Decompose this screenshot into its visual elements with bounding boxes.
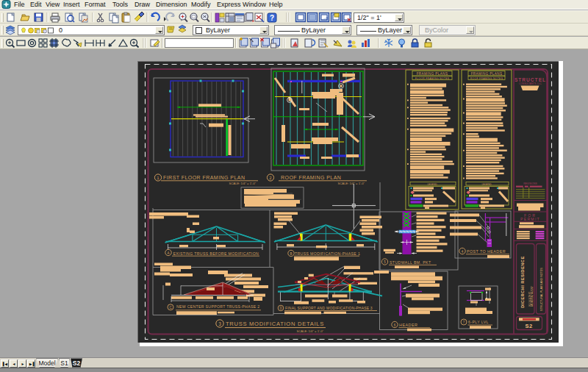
svg-text:ARLINGTON, VA 22207: ARLINGTON, VA 22207 <box>531 286 534 307</box>
svg-text:REVISIONS: REVISIONS <box>523 182 537 185</box>
svg-text:S2: S2 <box>525 323 532 329</box>
svg-text:6-PLY LVL: 6-PLY LVL <box>468 320 489 324</box>
svg-text:TRUSS MODIFICATION DETAILS: TRUSS MODIFICATION DETAILS <box>226 321 324 327</box>
svg-text:FIRST FLOOR FRAMING PLAN: FIRST FLOOR FRAMING PLAN <box>163 175 245 180</box>
svg-text:FRAMING PLANS: FRAMING PLANS <box>417 72 448 76</box>
svg-text:EXISTING TRUSS BEFORE MODIFICA: EXISTING TRUSS BEFORE MODIFICATION <box>173 251 259 256</box>
svg-text:B: B <box>290 252 292 256</box>
svg-text:FINAL SUPPORT AND MODIFICATION: FINAL SUPPORT AND MODIFICATION-PHASE 3 <box>285 306 373 310</box>
svg-text:3: 3 <box>218 321 221 326</box>
svg-text:ROOF FRAMING PLAN: ROOF FRAMING PLAN <box>281 175 341 180</box>
svg-text:D: D <box>279 307 282 310</box>
svg-text:CONSULTANTS, LLC: CONSULTANTS, LLC <box>519 82 542 85</box>
svg-text:?: ? <box>270 14 274 22</box>
svg-text:STUDWALL BM. PKT: STUDWALL BM. PKT <box>390 260 431 265</box>
svg-text:POST TO HEADER: POST TO HEADER <box>467 249 506 254</box>
svg-text:NEW CENTER SUPPORT TRUSS-PHASE: NEW CENTER SUPPORT TRUSS-PHASE 2 <box>176 304 259 309</box>
svg-text:ROOF FRAMING NOTES: ROOF FRAMING NOTES <box>470 77 503 80</box>
svg-text:LEGEND: LEGEND <box>427 183 437 186</box>
svg-text:5: 5 <box>384 260 386 264</box>
svg-text:STRUCTURAL PLANS AND NOTES: STRUCTURAL PLANS AND NOTES <box>540 268 543 311</box>
svg-text:FRAMING PLANS: FRAMING PLANS <box>471 72 503 76</box>
svg-text:PERMIT: PERMIT <box>520 217 540 221</box>
svg-text:DICERCHI RESIDENCE: DICERCHI RESIDENCE <box>520 256 525 308</box>
svg-text:LEGEND: LEGEND <box>481 183 492 186</box>
svg-text:TRUSS MODIFICATION-PHASE 1: TRUSS MODIFICATION-PHASE 1 <box>295 251 360 256</box>
svg-text:6: 6 <box>394 323 396 327</box>
svg-text:SCALE: 1/4" = 1'-0": SCALE: 1/4" = 1'-0" <box>297 329 324 333</box>
svg-text:2: 2 <box>269 176 272 180</box>
svg-text:4: 4 <box>462 250 464 254</box>
svg-text:A: A <box>167 251 169 255</box>
svg-text:C: C <box>169 306 172 310</box>
svg-text:SCALE: 1/4" = 1'-0": SCALE: 1/4" = 1'-0" <box>229 182 257 185</box>
svg-text:7: 7 <box>463 321 465 324</box>
svg-text:STRUCTEL: STRUCTEL <box>514 77 546 82</box>
svg-text:HEADER: HEADER <box>399 323 417 327</box>
svg-text:1: 1 <box>157 176 159 180</box>
svg-text:SCALE: 1/4" = 1'-0": SCALE: 1/4" = 1'-0" <box>338 182 365 185</box>
svg-text:FLOOR FRAMING NOTES: FLOOR FRAMING NOTES <box>415 77 450 80</box>
